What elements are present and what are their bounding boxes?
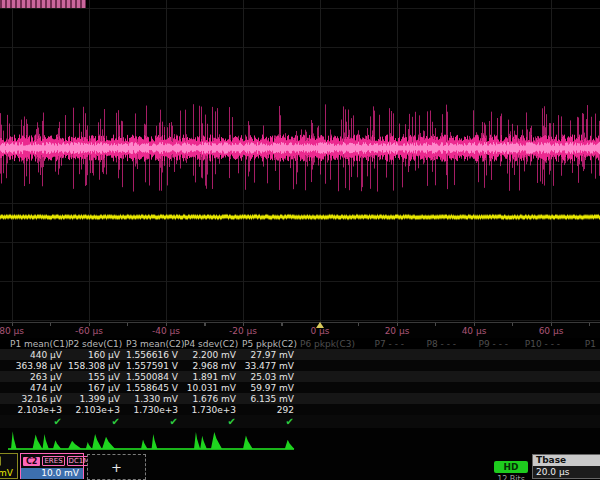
table-value-cell: 6.135 mV: [242, 394, 300, 404]
table-value-cell: 2.968 mV: [184, 361, 242, 371]
table-header-cell[interactable]: P3 mean(C2): [126, 339, 184, 349]
table-row: 2.103e+32.103e+31.730e+31.730e+3292: [0, 404, 600, 415]
c1-coupling-badge: DC1M: [0, 456, 1, 466]
x-axis-label: 40 µs: [462, 326, 487, 336]
x-axis-label: 0 µs: [310, 326, 329, 336]
histicon[interactable]: [11, 428, 68, 450]
table-header-cell[interactable]: P6 pkpk(C3): [300, 339, 358, 349]
table-row: 263 µV155 µV1.550084 V1.891 mV25.03 mV: [0, 371, 600, 382]
table-value-cell: 1.730e+3: [184, 405, 242, 415]
histicon-row: [0, 427, 600, 452]
table-value-cell: 2.103e+3: [10, 405, 68, 415]
table-value-cell: 1.556616 V: [126, 350, 184, 360]
table-value-cell: 155 µV: [68, 372, 126, 382]
table-value-cell: 33.477 mV: [242, 361, 300, 371]
table-header-cell[interactable]: P10 - - -: [514, 339, 566, 349]
table-value-cell: 1.558645 V: [126, 383, 184, 393]
status-check-icon: ✔: [126, 417, 184, 427]
descriptor-bar: C1 DC1M 10.0 mV C2 ERES DC1M 10.0 mV + H…: [0, 452, 600, 480]
table-value-cell: 1.399 µV: [68, 394, 126, 404]
table-value-cell: 363.98 µV: [10, 361, 68, 371]
table-value-cell: 1.330 mV: [126, 394, 184, 404]
table-header-cell[interactable]: P4 sdev(C2): [184, 339, 242, 349]
plus-icon: +: [111, 461, 122, 474]
measure-table: P1 mean(C1)P2 sdev(C1)P3 mean(C2)P4 sdev…: [0, 338, 600, 428]
hd-bits-label: 12 Bits: [490, 475, 532, 480]
table-header-cell[interactable]: P1: [566, 339, 600, 349]
table-header-cell[interactable]: P2 sdev(C1): [68, 339, 126, 349]
table-value-cell: 1.557591 V: [126, 361, 184, 371]
histicon[interactable]: [125, 428, 182, 450]
table-value-cell: 10.031 mV: [184, 383, 242, 393]
timebase-value: 20.0 µs: [533, 466, 600, 478]
table-header-cell[interactable]: P7 - - -: [358, 339, 410, 349]
channel-descriptor-c1[interactable]: C1 DC1M 10.0 mV: [0, 453, 18, 479]
c2-label: C2: [23, 457, 40, 466]
hd-badge: HD: [494, 461, 528, 473]
table-value-cell: 25.03 mV: [242, 372, 300, 382]
table-value-cell: 59.97 mV: [242, 383, 300, 393]
c2-eres-badge: ERES: [42, 456, 64, 466]
table-value-cell: 32.16 µV: [10, 394, 68, 404]
table-value-cell: 1.550084 V: [126, 372, 184, 382]
table-value-cell: 474 µV: [10, 383, 68, 393]
channel-descriptor-c2[interactable]: C2 ERES DC1M 10.0 mV: [20, 453, 84, 479]
table-value-cell: 1.891 mV: [184, 372, 242, 382]
c1-scale-value: 10.0 mV: [0, 468, 17, 479]
x-axis-label: 60 µs: [539, 326, 564, 336]
x-axis-label: -80 µs: [0, 326, 24, 336]
histicon[interactable]: [182, 428, 239, 450]
table-row: 474 µV167 µV1.558645 V10.031 mV59.97 mV: [0, 382, 600, 393]
table-value-cell: 27.97 mV: [242, 350, 300, 360]
c2-scale-value: 10.0 mV: [21, 468, 83, 479]
status-check-icon: ✔: [10, 417, 68, 427]
status-check-icon: ✔: [68, 417, 126, 427]
waveform-canvas[interactable]: [0, 0, 600, 322]
histicon[interactable]: [239, 428, 296, 450]
table-row: 363.98 µV158.308 µV1.557591 V2.968 mV33.…: [0, 360, 600, 371]
hd-mode-indicator[interactable]: HD 12 Bits: [490, 455, 532, 480]
table-header-cell[interactable]: P8 - - -: [410, 339, 462, 349]
table-value-cell: 158.308 µV: [68, 361, 126, 371]
table-value-cell: 292: [242, 405, 300, 415]
table-row: 32.16 µV1.399 µV1.330 mV1.676 mV6.135 mV: [0, 393, 600, 404]
table-value-cell: 440 µV: [10, 350, 68, 360]
table-value-cell: 263 µV: [10, 372, 68, 382]
timebase-descriptor[interactable]: Tbase 20.0 µs: [532, 454, 600, 479]
table-value-cell: 160 µV: [68, 350, 126, 360]
table-value-cell: 1.676 mV: [184, 394, 242, 404]
table-row: P1 mean(C1)P2 sdev(C1)P3 mean(C2)P4 sdev…: [0, 338, 600, 349]
histicon[interactable]: [68, 428, 125, 450]
table-value-cell: 2.103e+3: [68, 405, 126, 415]
x-axis-label: 20 µs: [385, 326, 410, 336]
status-check-icon: ✔: [184, 417, 242, 427]
clipped-trace-label[interactable]: [0, 0, 86, 8]
table-value-cell: 1.730e+3: [126, 405, 184, 415]
table-header-cell[interactable]: P5 pkpk(C2): [242, 339, 300, 349]
status-check-icon: ✔: [242, 417, 300, 427]
table-header-cell[interactable]: P9 - - -: [462, 339, 514, 349]
x-axis-label: -60 µs: [75, 326, 103, 336]
x-axis-label: -20 µs: [229, 326, 257, 336]
x-axis-label: -40 µs: [152, 326, 180, 336]
waveform-grid[interactable]: [0, 0, 600, 322]
oscilloscope-screen: -80 µs-60 µs-40 µs-20 µs0 µs20 µs40 µs60…: [0, 0, 600, 480]
table-header-cell[interactable]: P1 mean(C1): [10, 339, 68, 349]
timebase-title: Tbase: [533, 455, 600, 466]
table-row: 440 µV160 µV1.556616 V2.200 mV27.97 mV: [0, 349, 600, 360]
table-value-cell: 2.200 mV: [184, 350, 242, 360]
table-value-cell: 167 µV: [68, 383, 126, 393]
add-trace-button[interactable]: +: [87, 454, 146, 480]
x-axis: -80 µs-60 µs-40 µs-20 µs0 µs20 µs40 µs60…: [0, 322, 600, 339]
